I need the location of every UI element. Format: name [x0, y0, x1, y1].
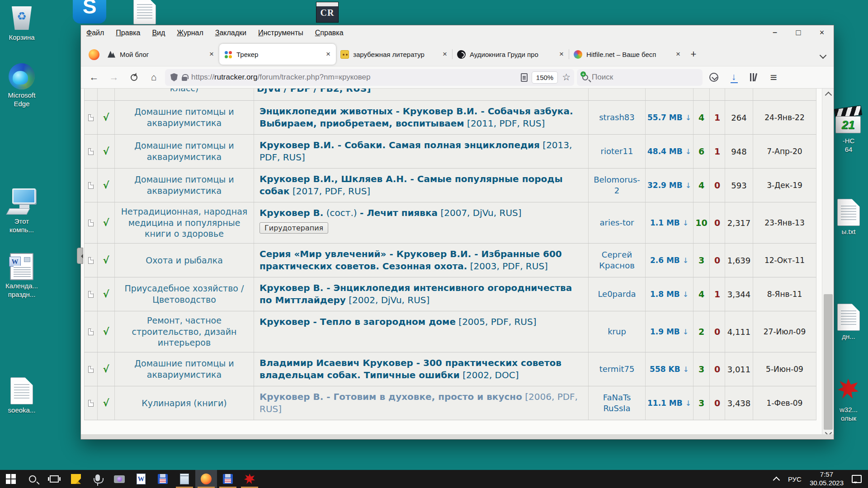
task-view-button[interactable]	[43, 470, 65, 488]
menu-item-Закладки[interactable]: Закладки	[215, 29, 246, 37]
size-download-link[interactable]: 1.9 MB ↓	[650, 327, 689, 336]
author-link[interactable]: termit75	[599, 364, 635, 375]
category-link[interactable]: Нетрадиционная, народная медицина и попу…	[118, 206, 251, 239]
word-document-icon[interactable]: WКаленда...праздн...	[0, 253, 43, 299]
topic-doc-icon[interactable]	[88, 148, 94, 155]
tab-close-icon[interactable]: ×	[558, 50, 565, 59]
category-link[interactable]: Домашние питомцы и аквариумистика	[118, 106, 251, 128]
language-indicator[interactable]: РУС	[788, 475, 802, 483]
topic-doc-icon[interactable]	[88, 182, 94, 189]
scrollbar-thumb[interactable]	[824, 294, 833, 430]
downloads-button[interactable]: ↓	[725, 69, 742, 85]
topic-doc-icon[interactable]	[88, 366, 94, 373]
tab-hitfile[interactable]: Hitfile.net – Ваше бесп×	[569, 44, 686, 65]
topic-doc-icon[interactable]	[88, 328, 94, 335]
size-download-link[interactable]: 2.6 MB ↓	[650, 256, 689, 265]
forward-button[interactable]: →	[105, 69, 123, 85]
list-all-tabs-button[interactable]	[817, 50, 829, 61]
size-download-link[interactable]: 1.1 MB ↓	[650, 218, 689, 227]
author-link[interactable]: Сергей Краснов	[591, 249, 642, 272]
topic-link[interactable]: Владимир Исаевич Круковер - 300 практиче…	[259, 357, 583, 381]
topic-link[interactable]: Круковер В. (сост.) - Лечит пиявка [2007…	[259, 207, 522, 219]
menu-item-Инструменты[interactable]: Инструменты	[258, 29, 303, 37]
zoom-level-button[interactable]: 150%	[532, 71, 558, 84]
cr-app-icon[interactable]	[306, 2, 349, 23]
topic-doc-icon[interactable]	[88, 291, 94, 298]
category-link[interactable]: Приусадебное хозяйство / Цветоводство	[118, 283, 251, 305]
voice-recorder-icon[interactable]	[87, 470, 108, 488]
reload-button[interactable]	[125, 69, 142, 85]
size-download-link[interactable]: 55.7 MB ↓	[647, 113, 691, 122]
library-button[interactable]	[745, 69, 762, 85]
author-link[interactable]: strash83	[599, 112, 635, 123]
category-link[interactable]: Ремонт, частное строительство, дизайн ин…	[118, 315, 251, 348]
author-link[interactable]: krup	[608, 326, 626, 337]
topic-link[interactable]: Круковер В.И. - Собаки. Самая полная энц…	[259, 139, 583, 164]
author-link[interactable]: aries-tor	[600, 217, 634, 228]
notepad-icon[interactable]	[174, 470, 195, 488]
taskbar-search-button[interactable]	[22, 470, 43, 488]
topic-link[interactable]: Круковер В. - Энциклопедия интенсивного …	[259, 282, 583, 306]
topic-link[interactable]: Энциклопедии животных - Круковер В.И. - …	[259, 105, 583, 130]
new-tab-button[interactable]: +	[686, 46, 701, 63]
media-player-icon[interactable]: 21-НС64	[831, 106, 866, 154]
tab-tracker[interactable]: Трекер×	[219, 44, 336, 65]
red-shortcut-icon[interactable]: w32...олык	[831, 375, 866, 423]
tab-close-icon[interactable]: ×	[208, 50, 215, 59]
topic-doc-icon[interactable]	[88, 220, 94, 226]
app-menu-button[interactable]: ≡	[765, 69, 782, 85]
minimize-button[interactable]: −	[763, 25, 787, 41]
topic-link[interactable]: Серия «Мир увлечений» - Круковер В.И. - …	[259, 248, 583, 272]
word-icon[interactable]	[130, 470, 152, 488]
menu-item-Файл[interactable]: Файл	[86, 29, 104, 37]
save-app-icon[interactable]	[152, 470, 174, 488]
start-button[interactable]	[0, 470, 22, 488]
author-link[interactable]: Le0parda	[598, 289, 636, 300]
tab-foreign[interactable]: зарубежная литератур×	[336, 44, 453, 65]
bookmark-star-icon[interactable]: ☆	[562, 72, 571, 83]
topic-link[interactable]: Круковер В. - Готовим в духовке, просто …	[259, 391, 583, 415]
sidebar-notch[interactable]	[77, 248, 83, 264]
category-link[interactable]: класс)	[170, 89, 199, 94]
tab-audio[interactable]: Аудиокнига Груди про×	[453, 44, 569, 65]
vertical-scrollbar[interactable]	[822, 89, 834, 439]
size-download-link[interactable]: 558 KB ↓	[650, 365, 689, 374]
text-document-icon[interactable]: soeoka...	[0, 377, 43, 415]
this-pc-icon[interactable]: Этоткомпь...	[0, 188, 43, 235]
home-button[interactable]: ⌂	[145, 69, 162, 85]
author-link[interactable]: rioter11	[601, 146, 633, 157]
notification-center-icon[interactable]	[852, 475, 862, 483]
doc-file-icon[interactable]: дн...	[831, 304, 866, 341]
pocket-button[interactable]	[705, 69, 722, 85]
reader-mode-icon[interactable]	[521, 73, 528, 82]
firefox-view-button[interactable]	[85, 45, 103, 65]
topic-doc-icon[interactable]	[88, 400, 94, 407]
category-link[interactable]: Охота и рыбалка	[146, 255, 223, 266]
tab-blog[interactable]: Мой блог×	[103, 44, 219, 65]
address-bar[interactable]: https://rutracker.org/forum/tracker.php?…	[165, 69, 574, 86]
skype-icon[interactable]	[68, 0, 111, 23]
recycle-bin-icon[interactable]: ♻Корзина	[0, 4, 43, 42]
document-icon[interactable]	[123, 0, 166, 24]
firefox-icon[interactable]	[195, 470, 217, 488]
size-download-link[interactable]: 48.4 MB ↓	[647, 147, 691, 156]
tab-close-icon[interactable]: ×	[442, 50, 448, 59]
menu-item-Вид[interactable]: Вид	[152, 29, 165, 37]
category-link[interactable]: Кулинария (книги)	[142, 398, 227, 409]
topic-link[interactable]: Круковер В.И., Шкляев А.Н. - Самые попул…	[259, 173, 583, 197]
camera-icon[interactable]	[108, 470, 130, 488]
category-link[interactable]: Домашние питомцы и аквариумистика	[118, 358, 251, 380]
topic-doc-icon[interactable]	[88, 114, 94, 121]
txt-file-icon[interactable]: ы.txt	[831, 199, 866, 236]
https-lock-icon[interactable]	[182, 77, 187, 81]
search-bar[interactable]	[577, 69, 703, 86]
author-link[interactable]: Belomorus-2	[591, 174, 642, 197]
tab-close-icon[interactable]: ×	[325, 50, 331, 59]
tab-close-icon[interactable]: ×	[675, 50, 681, 59]
scroll-up-arrow[interactable]	[822, 89, 834, 99]
author-link[interactable]: FaNaTs RuSsIa	[591, 392, 642, 414]
sticky-notes-icon[interactable]	[65, 470, 87, 488]
save-app-icon-2[interactable]	[217, 470, 239, 488]
topic-link[interactable]: DjVu / PDF / FB2, RUS]	[257, 89, 371, 95]
menu-item-Справка[interactable]: Справка	[315, 29, 344, 37]
